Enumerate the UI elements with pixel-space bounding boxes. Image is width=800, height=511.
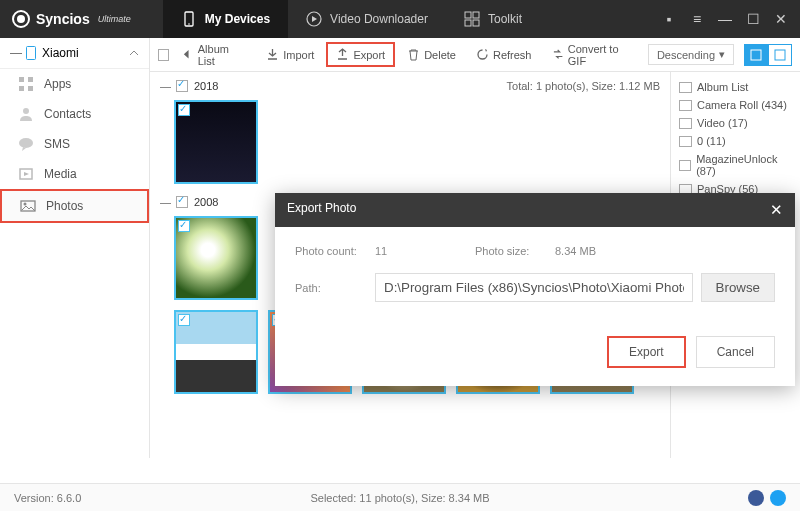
maximize-button[interactable]: ☐ [746,12,760,26]
refresh-button[interactable]: Refresh [468,44,540,65]
menu-icon[interactable]: ≡ [690,12,704,26]
sidebar-item-label: SMS [44,137,70,151]
export-icon [336,48,349,61]
browse-button[interactable]: Browse [701,273,775,302]
grid-view-button[interactable] [744,44,768,66]
minimize-button[interactable]: — [718,12,732,26]
main-area: — Xiaomi Apps Contacts SMS Media Photos [0,38,800,458]
device-icon [181,11,197,27]
album-item[interactable]: Camera Roll (434) [675,96,796,114]
app-name: Syncios [36,11,90,27]
svg-point-1 [188,23,190,25]
play-icon [306,11,322,27]
chevron-up-icon [129,48,139,58]
dialog-cancel-button[interactable]: Cancel [696,336,775,368]
social-links [748,490,786,506]
album-item[interactable]: Video (17) [675,114,796,132]
toolbar: Album List Import Export Delete Refresh … [150,38,800,72]
svg-rect-3 [465,12,471,18]
sidebar-item-label: Apps [44,77,71,91]
trash-icon [407,48,420,61]
photo-thumbnail[interactable] [174,216,258,300]
toolkit-icon [464,11,480,27]
sidebar-item-label: Contacts [44,107,91,121]
dialog-titlebar: Export Photo ✕ [275,193,795,227]
year-label: 2018 [194,80,218,92]
album-item[interactable]: 0 (11) [675,132,796,150]
path-input[interactable] [375,273,693,302]
sidebar-item-media[interactable]: Media [0,159,149,189]
sort-dropdown[interactable]: Descending ▾ [648,44,734,65]
year-label: 2008 [194,196,218,208]
photo-thumbnail[interactable] [174,310,258,394]
photo-count-label: Photo count: [295,245,375,257]
path-label: Path: [295,282,375,294]
sidebar-item-contacts[interactable]: Contacts [0,99,149,129]
album-list-button[interactable]: Album List [173,39,254,71]
svg-rect-9 [28,77,33,82]
list-view-button[interactable] [768,44,792,66]
svg-point-12 [23,108,29,114]
sidebar-item-photos[interactable]: Photos [0,189,149,223]
collapse-icon: — [160,80,170,92]
album-label: 0 (11) [697,135,726,147]
close-button[interactable]: ✕ [774,12,788,26]
album-list-header[interactable]: Album List [675,78,796,96]
photo-size-value: 8.34 MB [555,245,655,257]
import-button[interactable]: Import [258,44,322,65]
tab-video-downloader[interactable]: Video Downloader [288,0,446,38]
phone-icon [26,46,36,60]
photo-thumbnail[interactable] [174,100,258,184]
svg-rect-7 [27,47,36,60]
sidebar-item-sms[interactable]: SMS [0,129,149,159]
tab-label: Toolkit [488,12,522,26]
sms-icon [18,136,34,152]
chat-icon[interactable]: ▪ [662,12,676,26]
window-controls: ▪ ≡ — ☐ ✕ [662,12,800,26]
thumb-checkbox[interactable] [178,104,190,116]
btn-label: Album List [198,43,246,67]
export-dialog: Export Photo ✕ Photo count: 11 Photo siz… [275,193,795,386]
album-label: Video (17) [697,117,748,129]
album-header-label: Album List [697,81,748,93]
convert-icon [552,48,564,61]
twitter-icon[interactable] [770,490,786,506]
tab-my-devices[interactable]: My Devices [163,0,288,38]
group-checkbox[interactable] [176,80,188,92]
main-nav: My Devices Video Downloader Toolkit [163,0,540,38]
year-group-header[interactable]: — 2018 Total: 1 photo(s), Size: 1.12 MB [160,78,660,94]
sidebar-item-label: Photos [46,199,83,213]
collapse-icon: — [160,196,170,208]
tab-label: Video Downloader [330,12,428,26]
btn-label: Import [283,49,314,61]
export-button[interactable]: Export [326,42,395,67]
photo-count-value: 11 [375,245,475,257]
tab-label: My Devices [205,12,270,26]
tab-toolkit[interactable]: Toolkit [446,0,540,38]
dialog-close-button[interactable]: ✕ [770,201,783,219]
photo-size-label: Photo size: [475,245,555,257]
album-item[interactable]: MagazineUnlock (87) [675,150,796,180]
thumb-checkbox[interactable] [178,220,190,232]
convert-gif-button[interactable]: Convert to GIF [544,39,644,71]
dialog-title: Export Photo [287,201,356,219]
thumb-checkbox[interactable] [178,314,190,326]
facebook-icon[interactable] [748,490,764,506]
titlebar: Syncios Ultimate My Devices Video Downlo… [0,0,800,38]
svg-rect-8 [19,77,24,82]
group-checkbox[interactable] [176,196,188,208]
sidebar-item-apps[interactable]: Apps [0,69,149,99]
device-header[interactable]: — Xiaomi [0,38,149,69]
collapse-icon: — [10,46,20,60]
statusbar: Version: 6.6.0 Selected: 11 photo(s), Si… [0,483,800,511]
version-label: Version: 6.6.0 [14,492,81,504]
svg-rect-5 [465,20,471,26]
selection-status: Selected: 11 photo(s), Size: 8.34 MB [310,492,489,504]
dialog-export-button[interactable]: Export [607,336,686,368]
import-icon [266,48,279,61]
group-stats: Total: 1 photo(s), Size: 1.12 MB [507,80,660,92]
apps-icon [18,76,34,92]
svg-point-13 [19,138,33,148]
select-all-checkbox[interactable] [158,49,169,61]
delete-button[interactable]: Delete [399,44,464,65]
